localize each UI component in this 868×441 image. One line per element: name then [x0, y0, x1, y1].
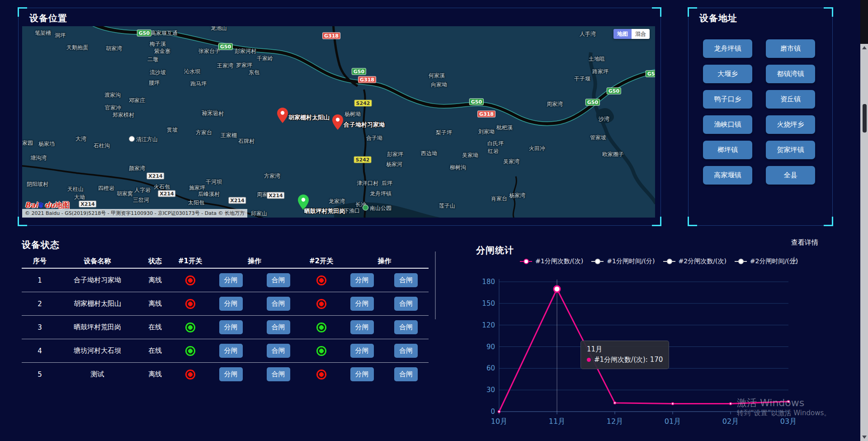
map-place-label: 腰坪: [149, 79, 160, 87]
map-type-control[interactable]: 地图 混合: [613, 29, 650, 39]
close-switch1-button[interactable]: 合闸: [267, 273, 290, 287]
legend-marker-icon: [735, 261, 747, 262]
legend-label: #2分闸次数/(次): [679, 257, 726, 266]
map-type-map[interactable]: 地图: [613, 29, 632, 39]
legend-item[interactable]: #2分闸次数/(次): [663, 257, 726, 266]
address-button[interactable]: 全县: [766, 166, 815, 185]
address-button[interactable]: 大堰乡: [703, 65, 752, 83]
map-place-label: 下渔口: [344, 207, 360, 215]
map-place-label: 石柱沟: [94, 142, 110, 150]
map-place-label: 梅子溪: [150, 40, 166, 48]
device-marker-label: 胡家棚村太阳山: [288, 114, 330, 122]
map-place-label: 清江方山: [129, 136, 158, 143]
switch2-indicator: [316, 370, 326, 379]
open-switch2-button[interactable]: 分闸: [350, 297, 374, 311]
open-switch2-button[interactable]: 分闸: [350, 320, 374, 334]
close-switch2-button[interactable]: 合闸: [394, 273, 418, 287]
table-row: 2 胡家棚村太阳山 离线 分闸 合闸 分闸 合闸: [22, 292, 429, 316]
legend-item[interactable]: #2分闸时间/(分): [735, 257, 798, 266]
open-switch1-button[interactable]: 分闸: [219, 344, 243, 358]
legend-item[interactable]: #1分闸次数/(次): [520, 257, 583, 266]
map-place-label: 吴家坳: [462, 152, 478, 159]
address-button[interactable]: 磨市镇: [766, 39, 815, 58]
tooltip-series-dot: [587, 358, 591, 362]
row-index: 2: [22, 300, 58, 308]
address-button[interactable]: 龙舟坪镇: [703, 39, 752, 58]
map-place-label: 四橙岩: [98, 185, 114, 192]
device-marker-offline[interactable]: [332, 114, 343, 130]
device-location-panel: 设备位置 笔架槽洞坪天鹅抱蛋胡家湾高家堰互通龙池山梅子溪紫金寨二墩流沙坡沁水坝腰…: [18, 8, 661, 226]
close-switch1-button[interactable]: 合闸: [267, 320, 290, 334]
close-switch2-button[interactable]: 合闸: [394, 297, 418, 311]
map-place-label: 太阳包: [188, 199, 204, 207]
route-badge: G50: [137, 30, 151, 37]
map-place-label: 胡家湾: [106, 45, 122, 52]
open-switch1-button[interactable]: 分闸: [219, 367, 243, 381]
legend-item[interactable]: #1分闸时间/(分): [591, 257, 655, 266]
legend-label: #1分闸时间/(分): [607, 257, 655, 266]
close-switch2-button[interactable]: 合闸: [394, 367, 418, 381]
open-switch1-button[interactable]: 分闸: [219, 320, 243, 334]
switch2-indicator: [316, 322, 326, 332]
map-place-label: 梨子坪: [436, 129, 452, 137]
open-switch2-button[interactable]: 分闸: [350, 273, 374, 287]
route-badge: G50: [585, 99, 600, 106]
map-place-label: 官家冲: [105, 104, 121, 112]
open-switch1-button[interactable]: 分闸: [219, 273, 243, 287]
map-type-hybrid[interactable]: 混合: [632, 29, 650, 39]
map-place-label: 管家坡: [590, 134, 606, 142]
legend-label: #1分闸次数/(次): [535, 257, 583, 266]
tooltip-title: 11月: [587, 344, 663, 355]
close-switch1-button[interactable]: 合闸: [267, 297, 290, 311]
device-status-text: 离线: [137, 276, 173, 285]
close-switch1-button[interactable]: 合闸: [267, 367, 290, 381]
close-switch2-button[interactable]: 合闸: [394, 320, 418, 334]
baidu-paw-icon: [38, 202, 44, 209]
map-place-label: 向家坳: [431, 81, 447, 89]
open-switch2-button[interactable]: 分闸: [350, 344, 374, 358]
map-pin-icon: [332, 114, 343, 130]
scrollbar-thumb[interactable]: [863, 104, 867, 133]
map-place-label: 罗家坪: [236, 62, 252, 69]
address-button[interactable]: 渔峡口镇: [703, 115, 752, 134]
address-button[interactable]: 都镇湾镇: [766, 65, 815, 83]
open-switch2-button[interactable]: 分闸: [350, 367, 374, 381]
scrollbar-up-arrow[interactable]: [862, 46, 867, 49]
scrollbar-down-arrow[interactable]: [862, 436, 867, 439]
address-button[interactable]: 鸭子口乡: [703, 90, 752, 109]
close-switch1-button[interactable]: 合闸: [267, 344, 290, 358]
legend-marker-icon: [520, 261, 532, 262]
baidu-map[interactable]: 笔架槽洞坪天鹅抱蛋胡家湾高家堰互通龙池山梅子溪紫金寨二墩流沙坡沁水坝腰坪跑马坪渡…: [22, 26, 655, 218]
device-status-text: 离线: [137, 370, 173, 379]
device-name: 胡家棚村太阳山: [58, 299, 137, 308]
address-button[interactable]: 火烧坪乡: [766, 115, 815, 134]
map-place-label: 笔架槽: [35, 29, 51, 37]
map-place-label: 人字岩: [134, 186, 151, 194]
map-place-label: 莲子山: [439, 202, 455, 210]
address-button[interactable]: 榔坪镇: [703, 141, 752, 159]
tooltip-series-value: #1分闸次数/(次): 170: [594, 356, 663, 364]
close-switch2-button[interactable]: 合闸: [394, 344, 418, 358]
address-button[interactable]: 贺家坪镇: [766, 141, 815, 159]
vertical-scrollbar[interactable]: [860, 44, 868, 441]
open-switch1-button[interactable]: 分闸: [219, 297, 243, 311]
map-place-label: 刘家坳: [478, 128, 495, 136]
map-place-label: 渡家沟: [104, 91, 121, 99]
table-row: 4 塘坊河村大石坝 在线 分闸 合闸 分闸 合闸: [22, 339, 429, 363]
address-button[interactable]: 资丘镇: [766, 90, 815, 109]
header-device-name: 设备名称: [58, 254, 137, 268]
address-button[interactable]: 高家堰镇: [703, 166, 752, 185]
chart-tooltip: 11月 #1分闸次数/(次): 170: [580, 341, 669, 369]
switch1-indicator: [185, 370, 195, 379]
route-badge: G50: [352, 68, 366, 75]
device-name: 塘坊河村大石坝: [58, 346, 137, 355]
view-details-link[interactable]: 查看详情: [791, 238, 818, 247]
corner-decoration: [824, 217, 833, 226]
device-name: 晒鼓坪村荒田岗: [58, 323, 137, 332]
scrollbar-top-gap: [860, 0, 868, 44]
device-marker-offline[interactable]: [277, 108, 288, 123]
map-place-label: 颜家湾: [129, 165, 145, 172]
route-badge: G318: [358, 76, 376, 83]
svg-text:02月: 02月: [722, 417, 739, 426]
map-place-label: 人手湾: [580, 30, 596, 38]
